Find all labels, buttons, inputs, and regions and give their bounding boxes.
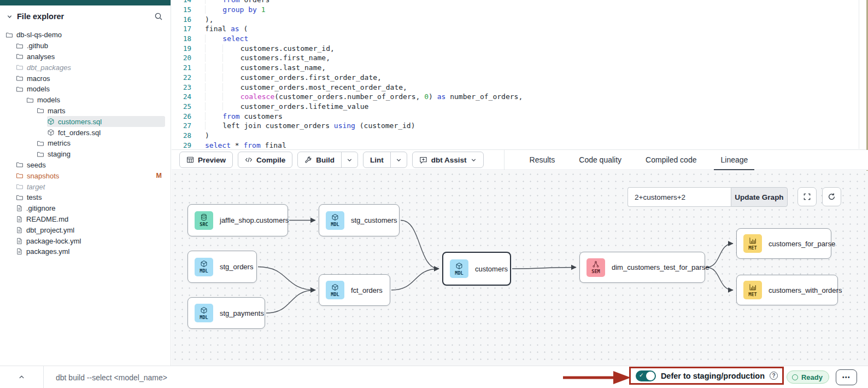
lineage-node-customers_for_parse[interactable]: METcustomers_for_parse	[736, 228, 831, 259]
lineage-node-fct_orders[interactable]: MDLfct_orders	[319, 274, 390, 306]
fullscreen-icon	[803, 193, 811, 201]
tree-item-marts[interactable]: marts	[37, 106, 171, 117]
tab-lineage[interactable]: Lineage	[708, 150, 760, 170]
tree-item-metrics[interactable]: metrics	[37, 138, 171, 149]
folder-icon	[16, 42, 24, 50]
refresh-button[interactable]	[822, 187, 841, 206]
update-graph-button[interactable]: Update Graph	[731, 187, 788, 207]
line-number: 17	[172, 25, 191, 33]
code-line: 19 customers.customer_id,	[172, 43, 868, 53]
tree-item-customers.sql[interactable]: customers.sql	[47, 116, 165, 127]
app-root: File explorer db-sl-qs-demo.githubanalys…	[0, 0, 868, 388]
badge-type-label: MDL	[331, 292, 339, 297]
code-text: from orders	[191, 0, 269, 4]
code-text: customers.first_name,	[191, 54, 330, 62]
tree-item-seeds[interactable]: seeds	[16, 160, 171, 171]
chevron-up-icon	[18, 374, 25, 381]
tree-item-label: fct_orders.sql	[58, 129, 101, 137]
tree-item-label: package-lock.yml	[26, 237, 81, 245]
chevron-down-icon[interactable]	[7, 14, 13, 20]
table-icon	[186, 156, 194, 164]
code-text: select	[191, 34, 248, 43]
cube-icon	[455, 262, 463, 270]
tree-item-models[interactable]: models	[16, 84, 171, 95]
fullscreen-button[interactable]	[797, 187, 817, 206]
editor-minimap-divider	[859, 0, 859, 149]
overflow-menu-button[interactable]: •••	[836, 369, 857, 385]
chevron-down-icon	[347, 157, 353, 163]
lint-button[interactable]: Lint	[363, 152, 391, 168]
lineage-node-stg_payments[interactable]: MDLstg_payments	[187, 297, 265, 329]
node-badge-sem: SEM	[587, 258, 605, 277]
graph-selector-input[interactable]	[627, 187, 731, 207]
tree-item-fct_orders.sql[interactable]: fct_orders.sql	[47, 127, 171, 138]
line-number: 16	[172, 15, 191, 24]
folder-icon	[16, 183, 24, 190]
lineage-node-customers[interactable]: MDLcustomers	[442, 252, 511, 286]
tree-item-macros[interactable]: macros	[16, 73, 171, 84]
dbt-assist-button[interactable]: dbt Assist	[412, 152, 484, 168]
tree-item-models[interactable]: models	[26, 95, 171, 106]
tree-item-package-lock.yml[interactable]: package-lock.yml	[16, 235, 171, 246]
tree-item-staging[interactable]: staging	[37, 149, 171, 160]
tree-item-.gitignore[interactable]: .gitignore	[16, 203, 171, 214]
tree-item-snapshots[interactable]: snapshotsM	[16, 170, 171, 181]
tab-results[interactable]: Results	[518, 150, 567, 170]
expand-command-bar-button[interactable]	[0, 366, 44, 388]
help-icon[interactable]: ?	[770, 372, 778, 380]
code-text: customer_orders.first_order_date,	[191, 73, 382, 82]
node-badge-mdl: MDL	[195, 258, 213, 276]
node-badge-mdl: MDL	[450, 259, 468, 278]
code-line: 21 customers.last_name,	[172, 63, 868, 73]
lineage-node-customers_with_orders[interactable]: METcustomers_with_orders	[736, 275, 838, 305]
tree-item-target[interactable]: target	[16, 181, 171, 192]
badge-type-label: SRC	[200, 222, 208, 227]
tree-item-.github[interactable]: .github	[16, 40, 171, 51]
build-dropdown-button[interactable]	[341, 152, 358, 168]
dbt-assist-button-group: dbt Assist	[412, 152, 484, 168]
tree-item-label: analyses	[27, 53, 55, 61]
node-label: stg_payments	[220, 309, 264, 317]
tree-item-README.md[interactable]: README.md	[16, 214, 171, 225]
tree-item-tests[interactable]: tests	[16, 192, 171, 203]
tree-item-dbt_packages[interactable]: dbt_packages	[16, 62, 171, 73]
lineage-node-dim_customers_test_for_parse[interactable]: SEMdim_customers_test_for_parse	[579, 252, 705, 283]
code-line: 26 from customers	[172, 111, 868, 121]
badge-type-label: MDL	[455, 270, 463, 276]
line-number: 26	[172, 112, 191, 120]
node-badge-met: MET	[743, 281, 762, 299]
button-label: Lint	[370, 156, 384, 164]
tree-item-analyses[interactable]: analyses	[16, 51, 171, 62]
tree-item-dbt_project.yml[interactable]: dbt_project.yml	[16, 224, 171, 235]
lint-dropdown-button[interactable]	[390, 152, 407, 168]
code-text: left join customer_orders using (custome…	[191, 121, 415, 130]
refresh-icon	[828, 193, 836, 201]
tab-code-quality[interactable]: Code quality	[567, 150, 634, 170]
file-explorer-title: File explorer	[17, 12, 64, 21]
folder-icon	[16, 172, 24, 179]
code-editor[interactable]: 14 from orders15 group by 116),17final a…	[172, 0, 868, 150]
lineage-node-jaffle_shop.customers[interactable]: SRCjaffle_shop.customers	[187, 204, 288, 236]
command-input[interactable]	[55, 366, 472, 388]
build-button[interactable]: Build	[297, 152, 342, 168]
tree-item-label: target	[27, 183, 45, 191]
tree-item-label: tests	[27, 193, 42, 201]
folder-icon	[5, 31, 13, 39]
search-icon[interactable]	[154, 12, 163, 21]
edge-stg_customers-to-customers	[401, 221, 439, 269]
node-badge-mdl: MDL	[326, 281, 344, 299]
preview-button[interactable]: Preview	[179, 152, 233, 168]
lineage-node-stg_customers[interactable]: MDLstg_customers	[319, 204, 400, 236]
file-explorer-header: File explorer	[0, 5, 171, 25]
edge-dim_customers_test_for_parse-to-customers_with_orders	[706, 268, 733, 291]
line-number: 18	[172, 34, 191, 43]
defer-toggle[interactable]: ✓	[636, 370, 656, 381]
tab-compiled-code[interactable]: Compiled code	[634, 150, 708, 170]
tree-item-db-sl-qs-demo[interactable]: db-sl-qs-demo	[5, 30, 171, 40]
tree-item-label: models	[27, 85, 50, 93]
compile-button[interactable]: Compile	[238, 152, 292, 168]
badge-type-label: MDL	[200, 315, 208, 320]
lineage-node-stg_orders[interactable]: MDLstg_orders	[187, 251, 257, 283]
annotation-arrow	[562, 370, 632, 385]
tree-item-packages.yml[interactable]: packages.yml	[16, 246, 171, 257]
